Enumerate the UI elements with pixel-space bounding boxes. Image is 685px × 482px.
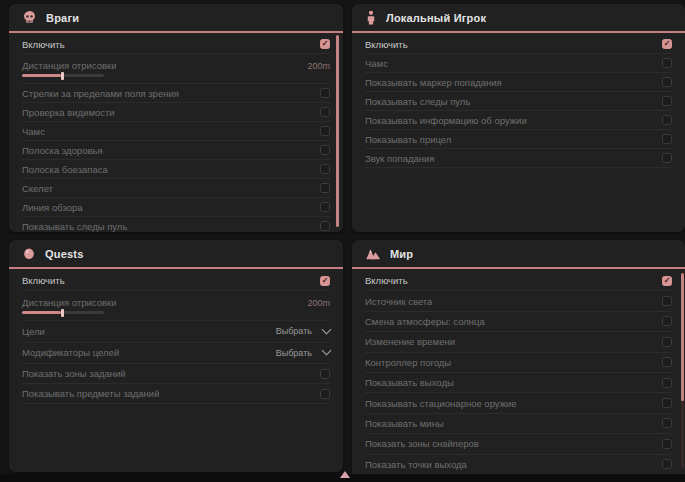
setting-label: Полоска боезапаса	[22, 164, 108, 175]
panel-quests: Quests Включить ✓ Дистанция отрисовки 20…	[9, 240, 343, 472]
checkbox[interactable]	[662, 418, 672, 428]
setting-row[interactable]: Линия обзора	[22, 198, 330, 217]
scrollbar[interactable]	[681, 273, 684, 401]
setting-row[interactable]: Полоска здоровья	[22, 141, 330, 160]
panel-body: Включить ✓ Чамс Показывать маркер попада…	[352, 33, 685, 232]
setting-label: Показывать следы пуль	[22, 221, 127, 232]
setting-row[interactable]: Изменение времени	[365, 332, 672, 352]
setting-row[interactable]: Включить ✓	[22, 271, 330, 291]
person-icon	[365, 10, 377, 25]
setting-label: Звук попадания	[365, 153, 435, 164]
setting-label: Полоска здоровья	[22, 145, 103, 156]
checkbox[interactable]	[320, 107, 330, 117]
checkbox[interactable]	[662, 77, 672, 87]
setting-label: Показывать выходы	[365, 377, 454, 388]
panel-header: Мир	[352, 240, 685, 269]
checkbox[interactable]: ✓	[662, 39, 672, 49]
setting-label: Дистанция отрисовки	[22, 297, 116, 308]
checkbox[interactable]: ✓	[320, 276, 330, 286]
checkbox[interactable]	[320, 145, 330, 155]
setting-row: Дистанция отрисовки 200m	[22, 54, 330, 84]
checkbox[interactable]	[662, 96, 672, 106]
setting-row[interactable]: Показывать предметы заданий	[22, 384, 330, 404]
checkbox[interactable]	[662, 58, 672, 68]
setting-row[interactable]: Включить ✓	[22, 35, 330, 54]
setting-row[interactable]: Показывать следы пуль	[22, 217, 330, 232]
slider-handle[interactable]	[61, 72, 64, 80]
panel-header: Локальный Игрок	[352, 4, 685, 33]
checkbox[interactable]	[320, 369, 330, 379]
slider[interactable]	[22, 311, 104, 314]
dropdown[interactable]: Выбрать	[276, 326, 330, 336]
checkbox[interactable]	[662, 357, 672, 367]
cheat-settings-screen: Враги Включить ✓ Дистанция отрисовки 200…	[0, 0, 685, 482]
checkbox[interactable]	[320, 183, 330, 193]
checkbox[interactable]	[662, 439, 672, 449]
checkbox[interactable]	[320, 126, 330, 136]
setting-row[interactable]: Показывать выходы	[365, 373, 672, 393]
setting-label: Включить	[22, 39, 65, 50]
checkbox[interactable]	[320, 221, 330, 231]
setting-row[interactable]: Источник света	[365, 291, 672, 311]
panel-local-player: Локальный Игрок Включить ✓ Чамс Показыва…	[352, 4, 685, 232]
check-icon: ✓	[322, 277, 329, 285]
setting-label: Показывать маркер попадания	[365, 77, 502, 88]
setting-row[interactable]: Показать точки выхода	[365, 455, 672, 474]
checkbox[interactable]	[662, 398, 672, 408]
setting-row[interactable]: Показывать информацию об оружии	[365, 111, 672, 130]
checkbox[interactable]	[662, 153, 672, 163]
slider[interactable]	[22, 74, 104, 77]
setting-row[interactable]: Показывать мины	[365, 414, 672, 434]
setting-row[interactable]: Показать зоны заданий	[22, 364, 330, 384]
setting-label: Стрелки за пределами поля зрения	[22, 88, 179, 99]
setting-row[interactable]: Чамс	[22, 122, 330, 141]
setting-row[interactable]: Полоска боезапаса	[22, 160, 330, 179]
setting-row[interactable]: Контроллер погоды	[365, 353, 672, 373]
panel-enemies: Враги Включить ✓ Дистанция отрисовки 200…	[9, 4, 343, 232]
slider-fill	[22, 74, 61, 77]
mountain-icon	[365, 247, 381, 260]
scrollbar[interactable]	[336, 35, 339, 227]
setting-row[interactable]: Показывать стационарное оружие	[365, 393, 672, 413]
setting-row[interactable]: Стрелки за пределами поля зрения	[22, 84, 330, 103]
setting-row[interactable]: Показать зоны снайперов	[365, 434, 672, 454]
checkbox[interactable]	[320, 164, 330, 174]
checkbox[interactable]	[662, 378, 672, 388]
panel-body: Включить ✓ Источник света Смена атмосфер…	[352, 269, 685, 474]
panel-title: Враги	[46, 12, 79, 24]
panel-title: Мир	[390, 248, 413, 260]
checkbox[interactable]	[320, 202, 330, 212]
setting-label: Изменение времени	[365, 336, 455, 347]
setting-row[interactable]: Смена атмосферы: солнца	[365, 312, 672, 332]
setting-label: Показывать прицел	[365, 134, 451, 145]
checkbox[interactable]	[662, 459, 672, 469]
checkbox[interactable]	[320, 389, 330, 399]
checkbox[interactable]	[662, 115, 672, 125]
checkbox[interactable]: ✓	[662, 276, 672, 286]
checkbox[interactable]	[662, 316, 672, 326]
checkbox[interactable]: ✓	[320, 39, 330, 49]
panel-title: Quests	[45, 248, 84, 260]
slider-handle[interactable]	[61, 309, 64, 317]
setting-row[interactable]: Звук попадания	[365, 149, 672, 168]
checkbox[interactable]	[662, 337, 672, 347]
setting-row: Цели Выбрать	[22, 321, 330, 343]
setting-row[interactable]: Включить ✓	[365, 35, 672, 54]
checkbox[interactable]	[662, 296, 672, 306]
setting-label: Включить	[365, 275, 408, 286]
setting-row[interactable]: Чамс	[365, 54, 672, 73]
setting-row[interactable]: Показывать маркер попадания	[365, 73, 672, 92]
setting-row[interactable]: Показывать прицел	[365, 130, 672, 149]
setting-row[interactable]: Включить ✓	[365, 271, 672, 291]
panel-body: Включить ✓ Дистанция отрисовки 200m Стре…	[9, 33, 343, 232]
setting-row[interactable]: Проверка видимости	[22, 103, 330, 122]
checkbox[interactable]	[662, 134, 672, 144]
dropdown[interactable]: Выбрать	[276, 348, 330, 358]
setting-label: Чамс	[365, 58, 388, 69]
setting-label: Показывать информацию об оружии	[365, 115, 527, 126]
checkbox[interactable]	[320, 88, 330, 98]
skull-icon	[22, 10, 37, 25]
slider-value: 200m	[307, 298, 330, 308]
setting-row[interactable]: Показывать следы пуль	[365, 92, 672, 111]
setting-row[interactable]: Скелет	[22, 179, 330, 198]
